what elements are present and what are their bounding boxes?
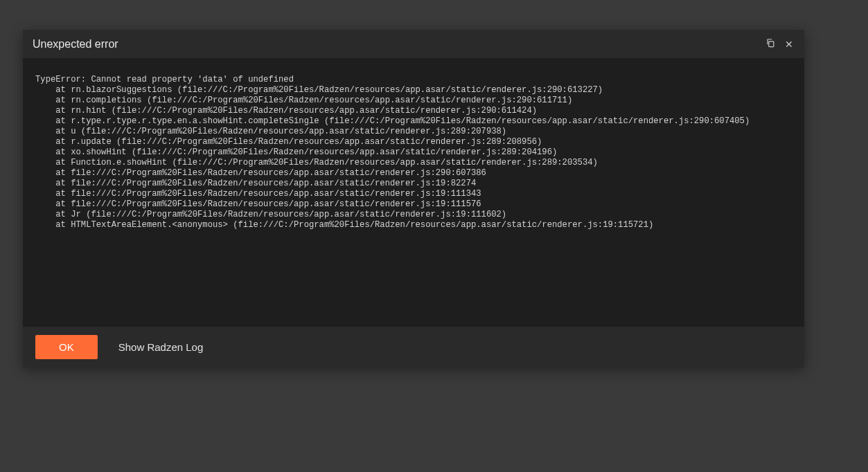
close-button[interactable]: ✕ [783,38,795,51]
error-dialog: Unexpected error ✕ TypeError: Cannot rea… [23,30,804,367]
copy-icon [765,38,775,50]
error-stacktrace: TypeError: Cannot read property 'data' o… [35,75,792,230]
copy-button[interactable] [764,37,777,51]
show-log-button[interactable]: Show Radzen Log [116,335,206,359]
dialog-header: Unexpected error ✕ [23,30,804,58]
dialog-header-actions: ✕ [764,37,795,51]
close-icon: ✕ [785,39,793,49]
dialog-body: TypeError: Cannot read property 'data' o… [23,58,804,327]
dialog-footer: OK Show Radzen Log [23,327,804,367]
ok-button[interactable]: OK [35,335,98,359]
svg-rect-0 [769,42,774,47]
dialog-title: Unexpected error [33,38,118,51]
